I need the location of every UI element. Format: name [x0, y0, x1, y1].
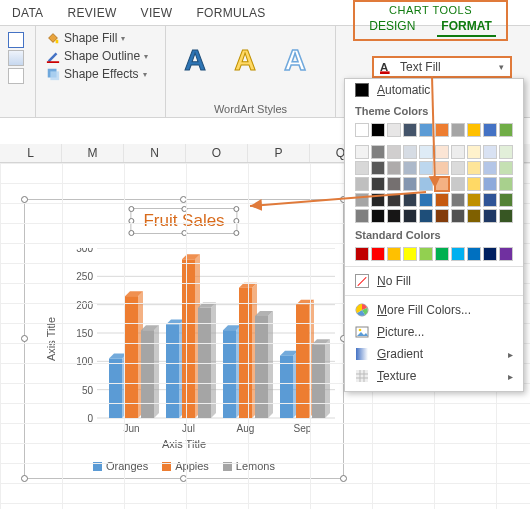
shape-style-item[interactable] — [8, 50, 24, 66]
column-header[interactable]: O — [186, 144, 248, 162]
color-swatch[interactable] — [387, 145, 401, 159]
color-swatch[interactable] — [435, 161, 449, 175]
chart-object[interactable]: Fruit Sales Axis Title 05010015020025030… — [24, 199, 344, 479]
color-swatch[interactable] — [387, 193, 401, 207]
color-swatch[interactable] — [355, 123, 369, 137]
color-swatch[interactable] — [371, 193, 385, 207]
color-swatch[interactable] — [451, 247, 465, 261]
color-swatch[interactable] — [403, 123, 417, 137]
title-handle[interactable] — [234, 230, 240, 236]
color-swatch[interactable] — [451, 123, 465, 137]
chart-title[interactable]: Fruit Sales — [130, 208, 237, 234]
color-swatch[interactable] — [467, 145, 481, 159]
tab-formulas[interactable]: FORMULAS — [184, 2, 277, 25]
color-swatch[interactable] — [419, 123, 433, 137]
color-swatch[interactable] — [371, 161, 385, 175]
color-swatch[interactable] — [387, 177, 401, 191]
wordart-style-2[interactable]: A — [224, 36, 266, 84]
color-swatch[interactable] — [483, 145, 497, 159]
shape-style-gallery[interactable] — [8, 32, 24, 48]
more-fill-colors-option[interactable]: More Fill Colors... — [345, 299, 523, 321]
color-swatch[interactable] — [467, 123, 481, 137]
tab-view[interactable]: VIEW — [129, 2, 185, 25]
wordart-style-1[interactable]: A — [174, 36, 216, 84]
color-swatch[interactable] — [483, 123, 497, 137]
color-swatch[interactable] — [355, 145, 369, 159]
color-swatch[interactable] — [451, 209, 465, 223]
color-swatch[interactable] — [403, 247, 417, 261]
color-swatch[interactable] — [467, 209, 481, 223]
color-swatch[interactable] — [499, 145, 513, 159]
color-swatch[interactable] — [483, 161, 497, 175]
color-swatch[interactable] — [435, 145, 449, 159]
color-swatch[interactable] — [467, 177, 481, 191]
color-swatch[interactable] — [403, 193, 417, 207]
color-swatch[interactable] — [435, 193, 449, 207]
color-swatch[interactable] — [435, 247, 449, 261]
color-swatch[interactable] — [419, 161, 433, 175]
wordart-style-3[interactable]: A — [274, 36, 316, 84]
shape-style-item[interactable] — [8, 68, 24, 84]
texture-option[interactable]: Texture ▸ — [345, 365, 523, 387]
color-swatch[interactable] — [387, 123, 401, 137]
color-swatch[interactable] — [419, 209, 433, 223]
color-swatch[interactable] — [499, 177, 513, 191]
color-swatch[interactable] — [435, 177, 449, 191]
color-swatch[interactable] — [387, 209, 401, 223]
shape-effects-menu[interactable]: Shape Effects ▾ — [44, 66, 157, 82]
chart-legend[interactable]: Oranges Apples Lemons — [25, 460, 343, 472]
color-swatch[interactable] — [371, 209, 385, 223]
color-swatch[interactable] — [451, 145, 465, 159]
color-swatch[interactable] — [451, 177, 465, 191]
color-swatch[interactable] — [499, 247, 513, 261]
title-handle[interactable] — [128, 206, 134, 212]
color-swatch[interactable] — [467, 193, 481, 207]
color-swatch[interactable] — [403, 209, 417, 223]
color-swatch[interactable] — [355, 247, 369, 261]
color-swatch[interactable] — [483, 177, 497, 191]
gradient-option[interactable]: Gradient ▸ — [345, 343, 523, 365]
column-header[interactable]: M — [62, 144, 124, 162]
resize-handle[interactable] — [21, 475, 28, 482]
color-swatch[interactable] — [371, 177, 385, 191]
color-swatch[interactable] — [355, 161, 369, 175]
color-swatch[interactable] — [467, 247, 481, 261]
color-swatch[interactable] — [371, 145, 385, 159]
color-swatch[interactable] — [371, 123, 385, 137]
color-swatch[interactable] — [355, 177, 369, 191]
color-swatch[interactable] — [435, 123, 449, 137]
resize-handle[interactable] — [21, 196, 28, 203]
color-swatch[interactable] — [435, 209, 449, 223]
color-swatch[interactable] — [419, 145, 433, 159]
color-swatch[interactable] — [403, 177, 417, 191]
title-handle[interactable] — [234, 206, 240, 212]
color-swatch[interactable] — [483, 209, 497, 223]
shape-fill-menu[interactable]: Shape Fill ▾ — [44, 30, 157, 46]
color-swatch[interactable] — [403, 145, 417, 159]
color-swatch[interactable] — [483, 247, 497, 261]
color-swatch[interactable] — [387, 247, 401, 261]
color-swatch[interactable] — [387, 161, 401, 175]
color-swatch[interactable] — [499, 209, 513, 223]
text-fill-button[interactable]: A Text Fill ▾ — [372, 56, 512, 78]
column-header[interactable]: L — [0, 144, 62, 162]
color-swatch[interactable] — [451, 161, 465, 175]
color-swatch[interactable] — [371, 247, 385, 261]
color-swatch[interactable] — [467, 161, 481, 175]
color-swatch[interactable] — [499, 123, 513, 137]
x-axis-title[interactable]: Axis Title — [25, 438, 343, 450]
no-fill-option[interactable]: No Fill — [345, 270, 523, 292]
picture-option[interactable]: Picture... — [345, 321, 523, 343]
shape-outline-menu[interactable]: Shape Outline ▾ — [44, 48, 157, 64]
color-swatch[interactable] — [483, 193, 497, 207]
color-swatch[interactable] — [499, 193, 513, 207]
color-swatch[interactable] — [419, 177, 433, 191]
tab-data[interactable]: DATA — [0, 2, 55, 25]
color-swatch[interactable] — [419, 247, 433, 261]
column-header[interactable]: N — [124, 144, 186, 162]
title-handle[interactable] — [128, 230, 134, 236]
automatic-option[interactable]: Automatic — [345, 79, 523, 101]
color-swatch[interactable] — [451, 193, 465, 207]
color-swatch[interactable] — [355, 193, 369, 207]
color-swatch[interactable] — [419, 193, 433, 207]
